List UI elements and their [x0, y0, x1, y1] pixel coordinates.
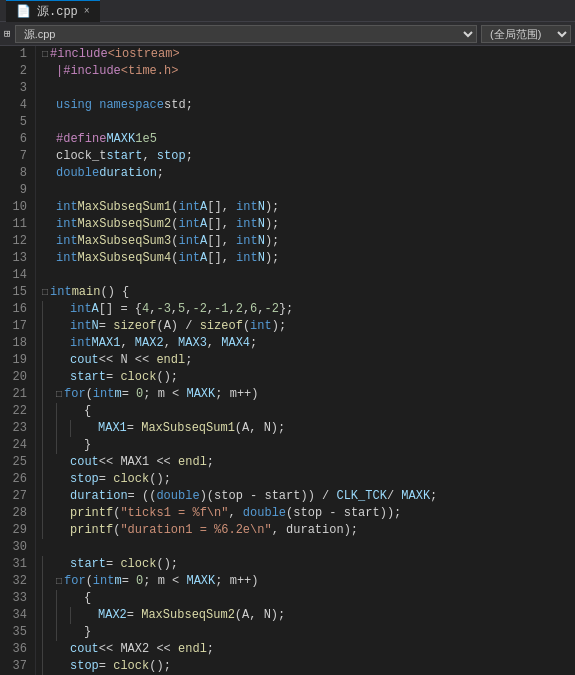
- line-number: 12: [4, 233, 27, 250]
- code-line: □int main() {: [40, 284, 575, 301]
- code-line: int MaxSubseqSum4(int A[], int N);: [40, 250, 575, 267]
- line-number: 15: [4, 284, 27, 301]
- line-number: 4: [4, 97, 27, 114]
- code-line: int A[] = {4,-3,5,-2,-1,2,6,-2};: [40, 301, 575, 318]
- code-line: |#include <time.h>: [40, 63, 575, 80]
- line-number: 32: [4, 573, 27, 590]
- code-line: cout << MAX1 << endl;: [40, 454, 575, 471]
- line-number: 11: [4, 216, 27, 233]
- code-line: [40, 539, 575, 556]
- toolbar-icon: ⊞: [4, 27, 11, 40]
- line-number: 21: [4, 386, 27, 403]
- line-number: 23: [4, 420, 27, 437]
- line-number: 25: [4, 454, 27, 471]
- code-line: start = clock();: [40, 556, 575, 573]
- code-line: int N = sizeof(A) / sizeof(int);: [40, 318, 575, 335]
- code-line: [40, 80, 575, 97]
- code-line: [40, 267, 575, 284]
- line-number: 37: [4, 658, 27, 675]
- code-line: #define MAXK 1e5: [40, 131, 575, 148]
- code-line: }: [40, 624, 575, 641]
- line-number: 10: [4, 199, 27, 216]
- code-line: }: [40, 437, 575, 454]
- line-number: 24: [4, 437, 27, 454]
- line-number: 9: [4, 182, 27, 199]
- code-line: using namespace std;: [40, 97, 575, 114]
- code-line: int MaxSubseqSum3(int A[], int N);: [40, 233, 575, 250]
- code-line: [40, 182, 575, 199]
- file-tab[interactable]: 📄 源.cpp ×: [6, 0, 100, 22]
- code-area[interactable]: □#include <iostream> |#include <time.h> …: [36, 46, 575, 675]
- code-line: [40, 114, 575, 131]
- code-line: int MaxSubseqSum1(int A[], int N);: [40, 199, 575, 216]
- tab-close-icon[interactable]: ×: [84, 6, 90, 17]
- code-line: printf("duration1 = %6.2e\n", duration);: [40, 522, 575, 539]
- code-line: printf("ticks1 = %f\n", double(stop - st…: [40, 505, 575, 522]
- title-bar: 📄 源.cpp ×: [0, 0, 575, 22]
- code-line: double duration;: [40, 165, 575, 182]
- line-number: 20: [4, 369, 27, 386]
- code-line: start = clock();: [40, 369, 575, 386]
- line-number: 5: [4, 114, 27, 131]
- line-number: 6: [4, 131, 27, 148]
- line-number: 8: [4, 165, 27, 182]
- line-number: 36: [4, 641, 27, 658]
- line-number: 16: [4, 301, 27, 318]
- code-line: int MAX1, MAX2, MAX3, MAX4;: [40, 335, 575, 352]
- code-line: □for (int m = 0; m < MAXK; m++): [40, 573, 575, 590]
- code-line: cout << MAX2 << endl;: [40, 641, 575, 658]
- line-number: 7: [4, 148, 27, 165]
- line-number: 3: [4, 80, 27, 97]
- line-number: 27: [4, 488, 27, 505]
- scope-select[interactable]: (全局范围): [481, 25, 571, 43]
- code-line: cout << N << endl;: [40, 352, 575, 369]
- toolbar: ⊞ 源.cpp (全局范围): [0, 22, 575, 46]
- line-number: 22: [4, 403, 27, 420]
- line-number: 35: [4, 624, 27, 641]
- code-line: □for (int m = 0; m < MAXK; m++): [40, 386, 575, 403]
- tab-filename: 源.cpp: [37, 3, 78, 20]
- line-number: 31: [4, 556, 27, 573]
- line-number: 28: [4, 505, 27, 522]
- code-line: clock_t start, stop;: [40, 148, 575, 165]
- editor: 1234567891011121314151617181920212223242…: [0, 46, 575, 675]
- line-number: 18: [4, 335, 27, 352]
- line-number: 1: [4, 46, 27, 63]
- code-line: MAX2 = MaxSubseqSum2(A, N);: [40, 607, 575, 624]
- code-line: stop = clock();: [40, 658, 575, 675]
- line-number: 30: [4, 539, 27, 556]
- line-number: 26: [4, 471, 27, 488]
- line-number: 17: [4, 318, 27, 335]
- code-line: int MaxSubseqSum2(int A[], int N);: [40, 216, 575, 233]
- line-number: 33: [4, 590, 27, 607]
- code-line: stop = clock();: [40, 471, 575, 488]
- file-icon: 📄: [16, 4, 31, 19]
- code-line: MAX1 = MaxSubseqSum1(A, N);: [40, 420, 575, 437]
- line-number: 19: [4, 352, 27, 369]
- line-numbers: 1234567891011121314151617181920212223242…: [0, 46, 36, 675]
- line-number: 14: [4, 267, 27, 284]
- line-number: 2: [4, 63, 27, 80]
- line-number: 29: [4, 522, 27, 539]
- file-select[interactable]: 源.cpp: [15, 25, 477, 43]
- code-line: duration = ((double)(stop - start)) / CL…: [40, 488, 575, 505]
- code-line: □#include <iostream>: [40, 46, 575, 63]
- code-line: {: [40, 403, 575, 420]
- line-number: 13: [4, 250, 27, 267]
- line-number: 34: [4, 607, 27, 624]
- code-line: {: [40, 590, 575, 607]
